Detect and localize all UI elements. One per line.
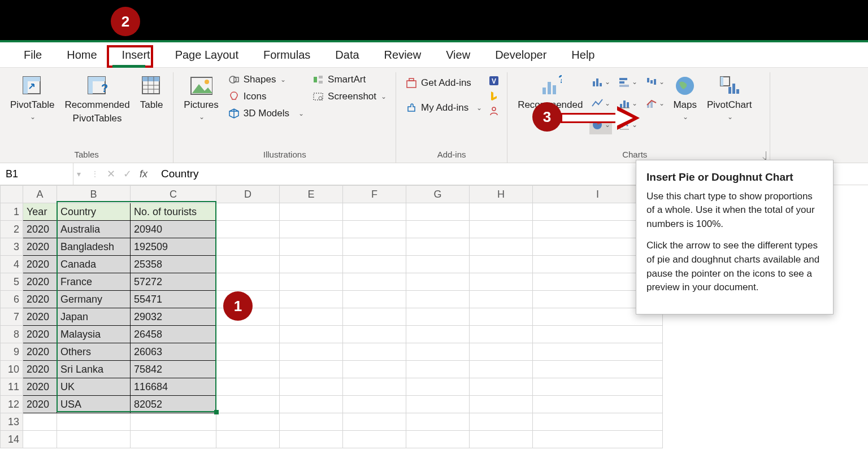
cell-E1[interactable] bbox=[280, 203, 343, 221]
bing-icon[interactable] bbox=[488, 90, 500, 104]
cell-B6[interactable]: Germany bbox=[57, 291, 131, 308]
cell-A1[interactable]: Year bbox=[23, 203, 57, 221]
tab-formulas[interactable]: Formulas bbox=[251, 44, 323, 67]
cell-G8[interactable] bbox=[406, 326, 470, 343]
cell-H13[interactable] bbox=[470, 413, 533, 431]
tab-developer[interactable]: Developer bbox=[483, 44, 559, 67]
maps-button[interactable]: Maps ⌄ bbox=[670, 72, 700, 124]
name-box[interactable] bbox=[0, 163, 73, 185]
cell-G11[interactable] bbox=[406, 378, 470, 396]
cell-I14[interactable] bbox=[533, 431, 663, 448]
more-icon[interactable]: ⋮ bbox=[91, 169, 99, 178]
cell-G10[interactable] bbox=[406, 361, 470, 378]
tab-page-layout[interactable]: Page Layout bbox=[163, 44, 251, 67]
cell-C4[interactable]: 25358 bbox=[131, 256, 216, 273]
cell-B4[interactable]: Canada bbox=[57, 256, 131, 273]
row-header-14[interactable]: 14 bbox=[1, 431, 23, 448]
screenshot-button[interactable]: Screenshot⌄ bbox=[310, 89, 389, 104]
cell-B9[interactable]: Others bbox=[57, 343, 131, 361]
column-chart-icon[interactable]: ⌄ bbox=[589, 72, 612, 91]
cell-E13[interactable] bbox=[280, 413, 343, 431]
cell-B10[interactable]: Sri Lanka bbox=[57, 361, 131, 378]
cell-C5[interactable]: 57272 bbox=[131, 273, 216, 291]
tab-review[interactable]: Review bbox=[372, 44, 434, 67]
bar-chart-icon[interactable]: ⌄ bbox=[617, 72, 639, 91]
cell-E11[interactable] bbox=[280, 378, 343, 396]
pivottable-button[interactable]: PivotTable ⌄ bbox=[7, 72, 58, 124]
table-button[interactable]: Table bbox=[137, 72, 167, 113]
cell-F5[interactable] bbox=[343, 273, 406, 291]
cell-I8[interactable] bbox=[533, 326, 663, 343]
cell-H8[interactable] bbox=[470, 326, 533, 343]
cell-C11[interactable]: 116684 bbox=[131, 378, 216, 396]
cell-H10[interactable] bbox=[470, 361, 533, 378]
cell-A9[interactable]: 2020 bbox=[23, 343, 57, 361]
waterfall-chart-icon[interactable]: ⌄ bbox=[644, 72, 666, 91]
col-header-G[interactable]: G bbox=[406, 186, 470, 203]
pivotchart-button[interactable]: PivotChart ⌄ bbox=[704, 72, 755, 124]
cell-A5[interactable]: 2020 bbox=[23, 273, 57, 291]
cell-E14[interactable] bbox=[280, 431, 343, 448]
tab-help[interactable]: Help bbox=[559, 44, 607, 67]
cell-B2[interactable]: Australia bbox=[57, 221, 131, 238]
cell-F2[interactable] bbox=[343, 221, 406, 238]
col-header-H[interactable]: H bbox=[470, 186, 533, 203]
col-header-A[interactable]: A bbox=[23, 186, 57, 203]
row-header-7[interactable]: 7 bbox=[1, 308, 23, 326]
cell-C2[interactable]: 20940 bbox=[131, 221, 216, 238]
fx-icon[interactable]: fx bbox=[140, 168, 147, 180]
row-header-13[interactable]: 13 bbox=[1, 413, 23, 431]
shapes-button[interactable]: Shapes⌄ bbox=[225, 72, 306, 87]
visio-icon[interactable]: V bbox=[488, 75, 500, 89]
cell-C7[interactable]: 29032 bbox=[131, 308, 216, 326]
my-addins-button[interactable]: My Add-ins⌄ bbox=[403, 101, 484, 115]
cell-A3[interactable]: 2020 bbox=[23, 238, 57, 256]
tab-view[interactable]: View bbox=[433, 44, 483, 67]
cell-G9[interactable] bbox=[406, 343, 470, 361]
cell-C13[interactable] bbox=[131, 413, 216, 431]
cell-B1[interactable]: Country bbox=[57, 203, 131, 221]
cell-H14[interactable] bbox=[470, 431, 533, 448]
cell-E8[interactable] bbox=[280, 326, 343, 343]
cell-F3[interactable] bbox=[343, 238, 406, 256]
row-header-1[interactable]: 1 bbox=[1, 203, 23, 221]
cell-G14[interactable] bbox=[406, 431, 470, 448]
cell-A2[interactable]: 2020 bbox=[23, 221, 57, 238]
selection-handle[interactable] bbox=[214, 410, 219, 414]
cell-A14[interactable] bbox=[23, 431, 57, 448]
icons-button[interactable]: Icons bbox=[225, 89, 306, 104]
cell-E2[interactable] bbox=[280, 221, 343, 238]
cell-E6[interactable] bbox=[280, 291, 343, 308]
cell-D10[interactable] bbox=[216, 361, 280, 378]
cell-B12[interactable]: USA bbox=[57, 396, 131, 413]
enter-icon[interactable]: ✓ bbox=[123, 168, 132, 180]
smartart-button[interactable]: SmartArt bbox=[310, 72, 389, 87]
cell-F12[interactable] bbox=[343, 396, 406, 413]
cell-F9[interactable] bbox=[343, 343, 406, 361]
cancel-icon[interactable]: ✕ bbox=[107, 168, 115, 180]
cell-I11[interactable] bbox=[533, 378, 663, 396]
cell-H5[interactable] bbox=[470, 273, 533, 291]
cell-C1[interactable]: No. of tourists bbox=[131, 203, 216, 221]
cell-D12[interactable] bbox=[216, 396, 280, 413]
cell-F14[interactable] bbox=[343, 431, 406, 448]
cell-H6[interactable] bbox=[470, 291, 533, 308]
cell-D1[interactable] bbox=[216, 203, 280, 221]
row-header-5[interactable]: 5 bbox=[1, 273, 23, 291]
cell-A10[interactable]: 2020 bbox=[23, 361, 57, 378]
cell-I10[interactable] bbox=[533, 361, 663, 378]
cell-A12[interactable]: 2020 bbox=[23, 396, 57, 413]
cell-G3[interactable] bbox=[406, 238, 470, 256]
cell-C10[interactable]: 75842 bbox=[131, 361, 216, 378]
namebox-dropdown[interactable]: ▾ bbox=[73, 169, 84, 178]
cell-E4[interactable] bbox=[280, 256, 343, 273]
cell-F11[interactable] bbox=[343, 378, 406, 396]
cell-B7[interactable]: Japan bbox=[57, 308, 131, 326]
cell-A8[interactable]: 2020 bbox=[23, 326, 57, 343]
cell-H3[interactable] bbox=[470, 238, 533, 256]
row-header-2[interactable]: 2 bbox=[1, 221, 23, 238]
cell-G6[interactable] bbox=[406, 291, 470, 308]
cell-D11[interactable] bbox=[216, 378, 280, 396]
cell-F4[interactable] bbox=[343, 256, 406, 273]
cell-F13[interactable] bbox=[343, 413, 406, 431]
